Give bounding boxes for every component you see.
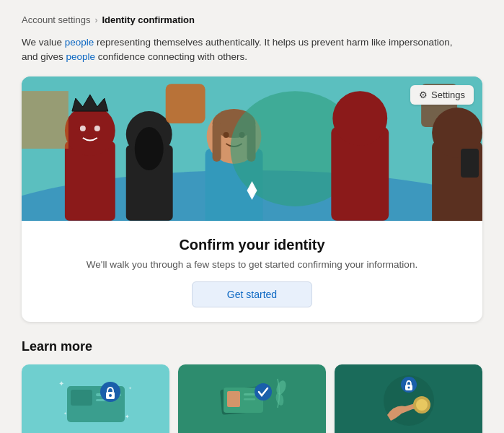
info-card-banner-3: [335, 364, 482, 434]
svg-rect-10: [166, 84, 205, 123]
svg-text:✦: ✦: [125, 414, 130, 420]
card2-illustration: [209, 372, 296, 429]
cards-row: ✦ ✦ ✦ ✦: [22, 364, 482, 434]
main-card: ⚙ Settings: [22, 76, 482, 322]
intro-text: We value people representing themselves …: [22, 35, 469, 65]
info-card-1: ✦ ✦ ✦ ✦: [22, 364, 169, 434]
card-subtitle: We'll walk you through a few steps to ge…: [39, 259, 465, 270]
svg-point-3: [65, 105, 115, 156]
svg-point-49: [416, 399, 428, 411]
intro-text-before-1: We value: [22, 37, 65, 48]
info-card-3: Control your storage settings Learn more: [335, 364, 482, 434]
intro-link-2[interactable]: people: [66, 51, 96, 62]
svg-rect-25: [22, 91, 68, 149]
svg-rect-43: [244, 398, 255, 401]
breadcrumb-current: Identity confirmation: [102, 14, 195, 25]
info-card-2: What types of ID do we accept? Learn mor…: [178, 364, 326, 434]
card1-illustration: ✦ ✦ ✦ ✦: [53, 372, 139, 429]
card-body: Confirm your identity We'll walk you thr…: [22, 221, 482, 322]
intro-link-1[interactable]: people: [65, 37, 94, 48]
svg-rect-14: [213, 122, 221, 162]
svg-point-6: [94, 126, 100, 131]
breadcrumb-parent[interactable]: Account settings: [22, 14, 90, 25]
learn-more-title: Learn more: [22, 339, 482, 354]
svg-point-20: [332, 91, 387, 146]
info-card-banner-2: [178, 364, 326, 434]
settings-button-label: Settings: [431, 89, 465, 100]
breadcrumb: Account settings › Identity confirmation: [22, 14, 482, 25]
card3-illustration: [366, 372, 452, 429]
intro-text-after: confidence connecting with others.: [95, 51, 247, 62]
svg-rect-24: [461, 149, 479, 178]
svg-point-16: [224, 132, 229, 138]
breadcrumb-separator: ›: [94, 15, 97, 25]
learn-more-section: Learn more ✦ ✦ ✦ ✦: [22, 339, 482, 434]
svg-point-38: [109, 394, 112, 397]
illustration-banner: ⚙ Settings: [22, 76, 482, 221]
get-started-button[interactable]: Get started: [192, 281, 312, 307]
svg-point-45: [274, 379, 287, 395]
svg-text:✦: ✦: [63, 411, 67, 416]
svg-rect-41: [227, 391, 240, 407]
svg-text:✦: ✦: [128, 386, 132, 390]
settings-button[interactable]: ⚙ Settings: [410, 85, 474, 105]
gear-icon: ⚙: [419, 89, 428, 100]
card-title: Confirm your identity: [39, 237, 465, 253]
svg-point-46: [274, 392, 284, 406]
svg-point-52: [407, 386, 410, 388]
info-card-banner-1: ✦ ✦ ✦ ✦: [22, 364, 169, 434]
page-wrapper: Account settings › Identity confirmation…: [0, 0, 504, 433]
svg-text:✦: ✦: [58, 380, 64, 388]
svg-point-44: [255, 383, 272, 401]
svg-point-5: [80, 126, 86, 131]
svg-point-9: [135, 127, 164, 170]
svg-rect-33: [71, 390, 92, 406]
